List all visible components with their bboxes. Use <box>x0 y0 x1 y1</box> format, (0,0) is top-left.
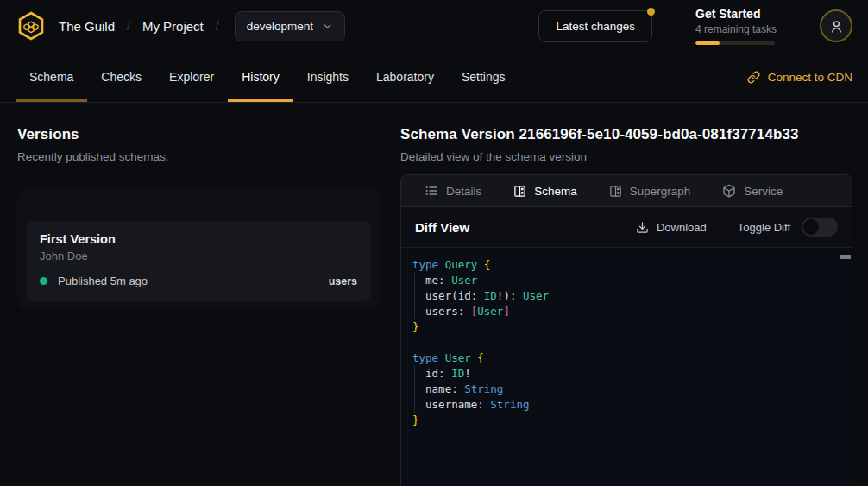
download-icon <box>636 221 649 234</box>
code-line: name: String <box>412 382 838 397</box>
latest-changes-button[interactable]: Latest changes <box>538 10 652 42</box>
detail-tab-schema[interactable]: Schema <box>513 185 577 198</box>
code-line: users: [User] <box>412 304 838 319</box>
diff-header: Diff View Download Toggle Diff <box>401 207 852 247</box>
detail-tab-details[interactable]: Details <box>425 184 481 198</box>
code-lines: type Query { me: User user(id: ID!): Use… <box>412 257 838 428</box>
versions-list: First VersionJohn DoePublished 5m agouse… <box>17 189 380 309</box>
code-line: type User { <box>412 350 838 366</box>
diff-actions: Download Toggle Diff <box>636 218 838 237</box>
nav-tab-checks[interactable]: Checks <box>87 52 155 102</box>
code-line: } <box>412 319 838 335</box>
service-badge: users <box>329 275 357 287</box>
version-detail-panel: Schema Version 2166196f-5e10-4059-bd0a-0… <box>400 103 868 486</box>
get-started-progress-bar <box>695 41 775 45</box>
version-author: John Doe <box>40 249 357 262</box>
published-status-dot <box>40 277 47 285</box>
columns-icon <box>513 185 526 198</box>
nav-tab-insights[interactable]: Insights <box>293 52 362 102</box>
avatar[interactable] <box>820 9 852 42</box>
latest-changes-label: Latest changes <box>556 20 635 33</box>
get-started-title: Get Started <box>695 7 777 21</box>
main-content: Versions Recently published schemas. Fir… <box>0 103 868 486</box>
connect-to-cdn-link[interactable]: Connect to CDN <box>747 52 852 102</box>
hive-logo-icon[interactable] <box>16 10 47 41</box>
nav-tab-laboratory[interactable]: Laboratory <box>362 52 448 102</box>
code-line: } <box>412 413 838 428</box>
get-started-progress-fill <box>695 41 720 45</box>
user-icon <box>829 19 844 34</box>
chevron-down-icon <box>322 21 333 32</box>
code-line <box>412 335 838 350</box>
version-status: Published 5m ago <box>58 275 148 287</box>
nav-tab-history[interactable]: History <box>228 52 293 102</box>
get-started-subtitle: 4 remaining tasks <box>695 23 777 35</box>
versions-panel: Versions Recently published schemas. Fir… <box>0 103 400 486</box>
breadcrumb-org[interactable]: The Guild <box>59 19 115 34</box>
detail-tab-label: Details <box>446 185 481 198</box>
detail-tab-label: Supergraph <box>630 185 691 198</box>
version-detail-card: DetailsSchemaSupergraphService Diff View… <box>400 174 852 486</box>
detail-tab-supergraph[interactable]: Supergraph <box>609 185 691 198</box>
download-label: Download <box>657 221 707 234</box>
link-icon <box>747 71 760 84</box>
header: The Guild / My Project / development Lat… <box>0 0 868 52</box>
version-name: First Version <box>40 232 357 246</box>
diff-view-title: Diff View <box>415 220 469 235</box>
code-line: user(id: ID!): User <box>412 288 838 304</box>
detail-tab-label: Service <box>744 185 783 198</box>
notification-dot <box>647 8 655 16</box>
scrollbar-thumb[interactable] <box>840 255 851 259</box>
app-root: The Guild / My Project / development Lat… <box>0 0 868 486</box>
code-line: id: ID! <box>412 366 838 382</box>
toggle-diff-knob <box>803 219 819 235</box>
detail-tab-service[interactable]: Service <box>722 184 783 198</box>
schema-code-viewer[interactable]: type Query { me: User user(id: ID!): Use… <box>401 247 852 486</box>
code-line: username: String <box>412 397 838 413</box>
download-button[interactable]: Download <box>636 221 707 234</box>
get-started-widget[interactable]: Get Started 4 remaining tasks <box>695 7 777 45</box>
box-icon <box>722 184 736 198</box>
connect-to-cdn-label: Connect to CDN <box>768 71 852 84</box>
version-detail-title: Schema Version 2166196f-5e10-4059-bd0a-0… <box>400 126 852 143</box>
breadcrumb-project[interactable]: My Project <box>142 19 204 34</box>
primary-nav-tabs: SchemaChecksExplorerHistoryInsightsLabor… <box>16 52 519 102</box>
primary-nav: SchemaChecksExplorerHistoryInsightsLabor… <box>0 52 868 103</box>
code-line: type Query { <box>412 257 838 273</box>
columns-icon <box>609 185 622 198</box>
code-line: me: User <box>412 273 838 288</box>
versions-title: Versions <box>17 126 380 143</box>
version-detail-subtitle: Detailed view of the schema version <box>400 150 852 163</box>
nav-tab-explorer[interactable]: Explorer <box>155 52 228 102</box>
version-list-item[interactable]: First VersionJohn DoePublished 5m agouse… <box>26 221 371 301</box>
version-status-row: Published 5m agousers <box>40 275 357 287</box>
list-icon <box>425 184 438 198</box>
nav-tab-settings[interactable]: Settings <box>448 52 519 102</box>
versions-subtitle: Recently published schemas. <box>17 150 380 163</box>
scrollbar[interactable] <box>840 248 852 486</box>
detail-tabs: DetailsSchemaSupergraphService <box>401 175 852 207</box>
breadcrumb-separator: / <box>216 19 219 33</box>
target-select-value: development <box>247 20 313 33</box>
toggle-diff-label: Toggle Diff <box>738 221 790 234</box>
breadcrumb: The Guild / My Project / development <box>59 11 345 41</box>
target-select[interactable]: development <box>235 11 345 41</box>
breadcrumb-separator: / <box>127 19 130 33</box>
nav-tab-schema[interactable]: Schema <box>16 52 87 102</box>
toggle-diff-switch[interactable] <box>802 218 838 237</box>
detail-tab-label: Schema <box>534 185 577 198</box>
